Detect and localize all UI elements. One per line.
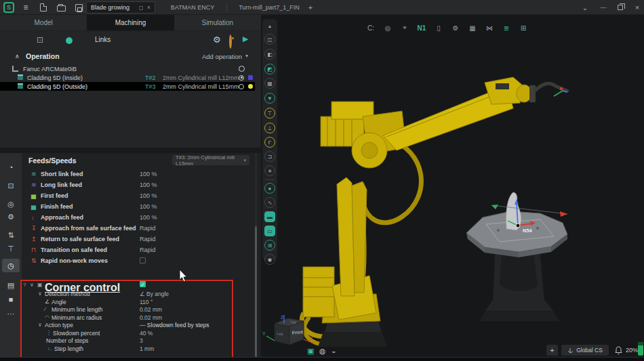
param-row[interactable]: ∨Detection method∠ By angle xyxy=(0,290,233,298)
setup-gear-icon[interactable]: ⚙ xyxy=(0,211,22,222)
feed-row[interactable]: ↓Approach feed100 % xyxy=(22,212,255,223)
main-menu-icon[interactable]: ≡ xyxy=(19,0,33,15)
approach-feed-icon: ↓ xyxy=(31,214,35,221)
feed-row[interactable]: ↧Approach from safe surface feedRapid xyxy=(22,223,255,234)
feed-row[interactable]: ⇅Rapid non-work moves xyxy=(22,255,255,266)
rapid-moves-checkbox[interactable] xyxy=(140,257,146,263)
parameters-icon[interactable]: ⇅ xyxy=(0,230,22,240)
strategy-icon[interactable]: ◎ xyxy=(0,198,22,209)
tool-icon[interactable]: ⊤ xyxy=(0,243,22,254)
operation-row-selected[interactable]: Cladding 5D (Outside) T#3 2mm Cylindrica… xyxy=(0,82,255,91)
feed-row[interactable]: ≋Long link feed100 % xyxy=(22,179,255,190)
scene-3d: N54 Front Left Top Z Y X xyxy=(261,15,644,357)
shaded-view-icon[interactable]: ◒ xyxy=(331,347,336,355)
finish-feed-icon: ▅ xyxy=(31,203,36,210)
operation-row-machine[interactable]: Fanuc ARCMate0iB xyxy=(0,64,255,73)
feeds-speeds-icon[interactable]: ◷ xyxy=(0,260,22,271)
fit-view-icon[interactable]: ▣ xyxy=(307,347,314,356)
new-file-icon[interactable] xyxy=(37,0,50,15)
document-tab-active[interactable]: Blade growing ◻ × xyxy=(86,1,155,14)
welding-torch xyxy=(535,83,567,91)
approach-safe-feed-icon: ↧ xyxy=(31,225,37,232)
corner-control-checkbox[interactable]: ✓ xyxy=(140,281,146,287)
panel-divider xyxy=(0,148,261,153)
operation-color-chip[interactable] xyxy=(248,84,253,89)
arc-radius-icon: ◠ xyxy=(45,314,49,320)
operation-radio[interactable] xyxy=(239,66,245,72)
feed-row[interactable]: ↥Return to safe surface feedRapid xyxy=(22,234,255,245)
feed-row[interactable]: ▅First feed100 % xyxy=(22,190,255,201)
param-row[interactable]: ◠Minimum arc radius0.02 mm xyxy=(0,314,233,322)
feed-row[interactable]: ≋Short link feed100 % xyxy=(22,169,255,179)
left-panel: Model Machining Simulation ⊡ Links ⚙ ▶ ∧… xyxy=(0,15,261,357)
machining-settings-gear-icon[interactable]: ⚙ xyxy=(213,35,221,45)
tool-desc: 2mm Cylindrical mill L15mm xyxy=(163,83,239,90)
window-menu-icon[interactable]: ⌄ xyxy=(577,0,593,15)
operation-name: Fanuc ARCMate0iB xyxy=(23,66,77,72)
tool-ref: T#2 xyxy=(145,75,156,81)
feed-row[interactable]: ▅Finish feed100 % xyxy=(22,201,255,212)
app-logo[interactable]: S xyxy=(3,2,14,13)
chevron-down-icon[interactable]: ∨ xyxy=(38,322,42,328)
cs-label: N54 xyxy=(523,228,533,234)
stock-icon[interactable]: ◔ xyxy=(0,162,22,173)
param-row[interactable]: ∕Minimum line length0.02 mm xyxy=(0,305,233,314)
minimize-button[interactable]: — xyxy=(595,0,611,15)
zoom-level[interactable]: 20% xyxy=(626,347,638,354)
corner-control-row[interactable]: ? ∨ ▣ Corner control ✓ xyxy=(0,281,233,289)
chevron-down-icon[interactable]: ∨ xyxy=(38,291,42,297)
operation-title: Operation xyxy=(26,52,60,60)
param-row[interactable]: ∨Action type— Slowdown feed by steps xyxy=(0,321,233,329)
add-operation-caret-icon[interactable]: ▾ xyxy=(245,53,248,59)
operation-color-chip[interactable] xyxy=(248,75,253,80)
tab-machining[interactable]: Machining xyxy=(87,15,174,30)
param-row[interactable]: ⋮Slowdown percent40 % xyxy=(0,329,233,337)
operation-radio[interactable] xyxy=(239,84,244,89)
add-cs-button[interactable]: + xyxy=(546,345,558,356)
line-length-icon: ∕ xyxy=(45,306,45,312)
scrollbar-thumb[interactable] xyxy=(255,226,257,357)
angle-icon: ∠ xyxy=(45,299,49,305)
feed-row[interactable]: ⊓Transition on safe feedRapid xyxy=(22,245,255,255)
close-window-button[interactable]: × xyxy=(629,0,644,15)
tool-ref: T#3 xyxy=(145,83,156,90)
performance-battery-icon xyxy=(638,342,643,356)
feeds-speeds-panel: ◔ ⊡ ◎ ⚙ ⇅ ⊤ ◷ ▤ ■ ⋯ Feeds/Speeds T#3: 2m… xyxy=(0,153,261,357)
operation-row[interactable]: Cladding 5D (Inside) T#2 2mm Cylindrical… xyxy=(0,73,255,82)
application-window: S ≡ Blade growing ◻ × BATMAN ENCY Turn-m… xyxy=(0,0,644,361)
pin-tab-icon[interactable]: ◻ xyxy=(139,5,144,11)
help-icon[interactable]: ? xyxy=(23,282,26,288)
open-file-icon[interactable] xyxy=(54,0,68,15)
notifications-bell-icon[interactable] xyxy=(615,346,622,355)
links-row: ⊡ Links ⚙ ▶ xyxy=(0,31,261,49)
maximize-button[interactable] xyxy=(612,0,628,15)
cube-top-label[interactable]: Top xyxy=(290,320,296,324)
run-calculation-icon[interactable]: ▶ xyxy=(243,35,248,43)
close-tab-icon[interactable]: × xyxy=(147,4,150,11)
new-tab-button[interactable]: + xyxy=(305,0,316,15)
cladding-operation-icon xyxy=(18,83,23,89)
operation-radio[interactable] xyxy=(239,75,244,81)
document-tab[interactable]: Turn-mill_part7_1_FIN xyxy=(232,0,306,15)
workpiece-icon[interactable]: ⊡ xyxy=(0,180,22,191)
tool-selector-dropdown[interactable]: T#3: 2mm Cylindrical mill L15mm ▾ xyxy=(172,155,249,165)
add-operation-button[interactable]: Add operation xyxy=(202,53,242,60)
cell-icon[interactable]: ⊡ xyxy=(37,35,43,45)
tool-desc: 2mm Cylindrical mill L12mm xyxy=(163,75,239,81)
long-link-feed-icon: ≋ xyxy=(31,182,37,188)
chevron-down-icon[interactable]: ∨ xyxy=(30,282,34,288)
collapse-chevron-icon[interactable]: ∧ xyxy=(15,53,20,60)
globe-view-icon[interactable]: ◍ xyxy=(319,347,326,356)
tab-simulation[interactable]: Simulation xyxy=(174,15,261,30)
first-feed-icon: ▅ xyxy=(31,192,36,199)
simulation-mode-icon[interactable] xyxy=(229,35,232,49)
param-row[interactable]: Number of steps3 xyxy=(0,337,233,345)
coordinate-system-selector[interactable]: Global CS xyxy=(561,345,609,356)
param-row[interactable]: ∟Step length1 mm xyxy=(0,345,233,353)
document-tab[interactable]: BATMAN ENCY xyxy=(161,0,224,15)
tab-model[interactable]: Model xyxy=(0,15,87,30)
corner-control-icon: ▣ xyxy=(37,282,43,288)
operation-name: Cladding 5D (Inside) xyxy=(27,75,83,81)
param-row[interactable]: ∠Angle110 ° xyxy=(0,298,233,306)
viewport-3d[interactable]: C: ◎ ⌖ N1 ▯ ⚙ ▦ ⋈ ≣ ⊞ ▴ ◫ ◧ ◩ ▦ ▼ ⊤ ⊥ Γ … xyxy=(261,15,644,357)
